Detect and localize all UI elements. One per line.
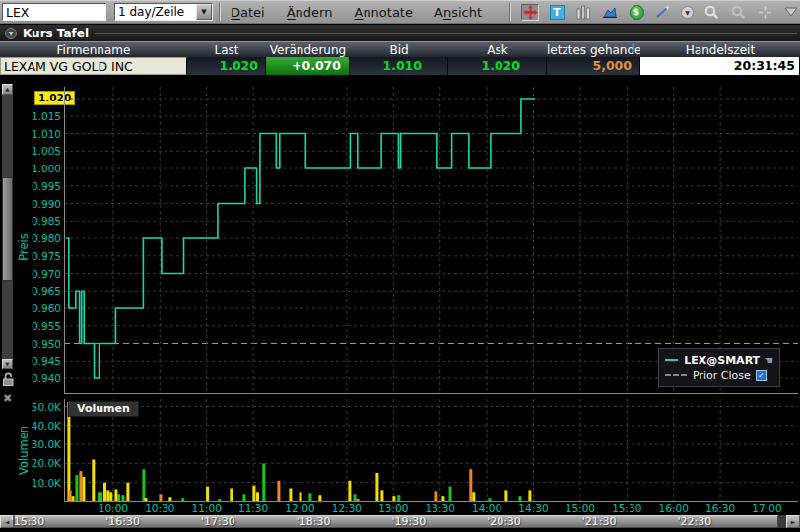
period-select-value: 1 day/Zeile [115,5,196,19]
menu-ansicht[interactable]: Ansicht [434,5,482,20]
panel-title: Kurs Tafel [23,27,89,40]
legend-series-label: LEX@SMART [684,354,760,366]
dollar-icon[interactable]: $ [628,4,645,21]
time-tick-label: 16:30 [699,502,742,514]
pan-tool-icon[interactable] [521,4,539,21]
price-tick-label: 1.015 [14,109,61,123]
col-header-letztes[interactable]: letztes gehandel... [547,42,640,57]
draw-line-icon[interactable] [654,4,672,21]
crosshair-icon[interactable] [756,4,773,21]
volume-tick-label: 40.0K [14,419,61,432]
scroll-down-icon[interactable]: ▼ [2,359,13,369]
main-toolbar: 1 day/Zeile ▼ Datei Ändern Annotate Ansi… [0,0,800,24]
cell-handelszeit: 20:31:45 [640,57,800,75]
volume-tick-label: 10.0K [14,476,61,490]
col-header-last[interactable]: Last [187,42,266,57]
time-tick-label: 12:00 [279,502,322,514]
menu-datei[interactable]: Datei [231,5,265,20]
price-tick-label: 0.945 [14,354,61,367]
symbol-input[interactable] [2,3,106,21]
mini-area-chart-icon[interactable] [601,4,619,21]
cell-firmenname: LEXAM VG GOLD INC [0,57,187,75]
price-tick-label: 0.970 [14,267,61,281]
price-tick-label: 0.950 [14,337,61,351]
price-tick-label: 0.940 [14,371,61,385]
scrollbar-time-label: '16:30 [98,515,149,528]
volume-tick-label: 50.0K [14,400,61,414]
draw-line-dropdown-icon[interactable]: ▼ [681,6,694,19]
time-tick-label: 15:30 [605,502,648,514]
volume-tick-label: 20.0K [14,456,61,470]
price-tick-label: 1.010 [14,127,61,141]
menu-annotate[interactable]: Annotate [354,5,413,20]
price-vertical-scrollbar[interactable]: ▲ ▼ [2,84,13,369]
volume-chart[interactable] [64,399,798,503]
scrollbar-time-label: '15:30 [2,515,53,528]
close-volume-panel-icon[interactable]: ✖ [3,392,12,405]
time-tick-label: 13:00 [371,502,415,514]
price-tick-label: 0.990 [14,197,61,211]
col-header-ask[interactable]: Ask [448,42,547,57]
zoom-in-icon[interactable] [702,4,720,21]
toolbar-separator [509,3,511,21]
toolbar-separator [219,3,221,21]
text-annotation-icon[interactable]: T [548,4,566,21]
price-tick-label: 0.965 [14,284,61,298]
chart-area: ▲ ▼ ✖ Preis Volumen 1.020 Volumen LEX@SM… [0,75,800,528]
legend-prior-close-label: Prior Close [693,369,751,382]
price-tick-label: 1.005 [14,144,61,158]
current-price-badge: 1.020 [34,91,75,105]
scrollbar-time-label: '21:30 [573,515,625,528]
cell-letztes-gehandelt: 5,000 [547,57,640,75]
time-tick-label: 14:30 [512,502,556,514]
scroll-up-icon[interactable]: ▲ [2,84,13,95]
time-tick-label: 16:00 [652,502,696,514]
col-header-handelszeit[interactable]: Handelszeit [640,42,800,57]
cell-last: 1.020 [187,57,266,75]
prior-close-line-sample [665,374,687,376]
time-tick-label: 14:00 [465,502,508,514]
collapse-triangle-icon[interactable] [782,4,800,21]
panel-collapse-button[interactable]: ▼ [5,28,17,39]
col-header-bid[interactable]: Bid [350,42,448,57]
vertical-scrollbar-thumb[interactable] [2,177,13,281]
quote-row[interactable]: LEXAM VG GOLD INC 1.020 +0.070 1.010 1.0… [0,57,800,75]
volume-tick-label: 30.0K [14,437,61,451]
volume-overlay-label: Volumen [68,401,139,417]
time-scrollbar[interactable]: ◄ ► '15:30'16:30'17:30'18:30'19:30'20:30… [0,515,800,528]
toolbar-icons: T $ ▼ [521,4,800,21]
scrollbar-time-label: '20:30 [479,515,530,528]
period-select[interactable]: 1 day/Zeile ▼ [114,3,213,21]
time-tick-label: 17:00 [746,502,789,514]
cell-veraenderung: +0.070 [266,57,350,75]
scrollbar-time-label: '17:30 [192,515,243,528]
time-tick-label: 10:30 [138,502,181,514]
zoom-out-icon[interactable] [729,4,747,21]
drag-hand-icon[interactable]: ☚ [764,354,773,366]
chevron-down-icon[interactable]: ▼ [196,4,212,20]
menu-aendern[interactable]: Ändern [287,5,333,20]
scrollbar-time-label: '18:30 [288,515,339,528]
price-tick-label: 0.960 [14,301,61,315]
scrollbar-time-label: '22:30 [669,515,720,528]
series-line-sample [665,359,678,361]
col-header-firmenname[interactable]: Firmenname [0,42,187,57]
cell-ask: 1.020 [448,57,547,75]
time-tick-label: 11:00 [185,502,229,514]
price-tick-label: 0.975 [14,249,61,263]
prior-close-checkbox[interactable]: ✓ [756,370,767,381]
scroll-right-icon[interactable]: ► [786,515,800,528]
chart-style-bars-icon[interactable] [574,4,592,21]
price-tick-label: 0.995 [14,179,61,193]
price-tick-label: 1.000 [14,162,61,175]
price-tick-label: 0.985 [14,214,61,228]
price-tick-label: 0.980 [14,232,61,245]
titlebar-groove [95,33,797,34]
cell-bid: 1.010 [350,57,448,75]
menu-bar: Datei Ändern Annotate Ansicht [231,5,503,20]
scrollbar-time-label: '19:30 [383,515,434,528]
chart-legend[interactable]: LEX@SMART ☚ Prior Close ✓ [658,348,780,387]
col-header-veraenderung[interactable]: Veränderung [266,42,350,57]
kurs-tafel-titlebar: ▼ Kurs Tafel [0,25,800,41]
time-tick-label: 10:00 [92,502,135,514]
